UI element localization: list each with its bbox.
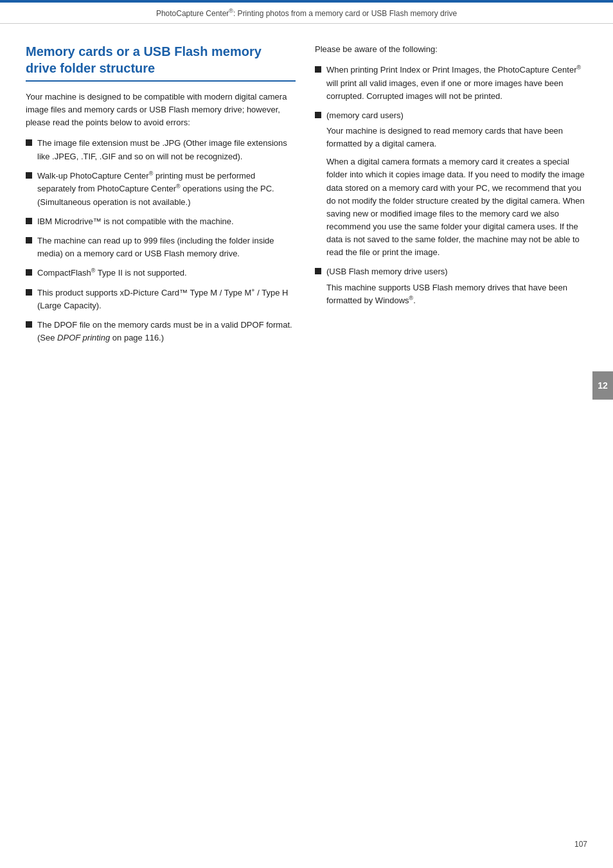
bullet-text-r2: (memory card users) <box>326 109 585 122</box>
header-text: PhotoCapture Center®: Printing photos fr… <box>156 9 457 18</box>
bullet-icon-5 <box>26 269 32 276</box>
header-title: PhotoCapture Center <box>156 9 229 18</box>
header-bar: PhotoCapture Center®: Printing photos fr… <box>0 3 613 24</box>
intro-text: Your machine is designed to be compatibl… <box>26 91 296 129</box>
bullet-icon-r3 <box>315 268 321 274</box>
bullet-icon-1 <box>26 139 32 146</box>
bullet-header-1: When printing Print Index or Print Image… <box>315 64 585 103</box>
bullet-icon-r1 <box>315 66 321 73</box>
bullet-text-1: The image file extension must be .JPG (O… <box>37 137 296 163</box>
bullet-list-left: The image file extension must be .JPG (O… <box>26 137 296 344</box>
list-item: The DPOF file on the memory cards must b… <box>26 319 296 344</box>
bullet-text-5: CompactFlash® Type II is not supported. <box>37 267 296 279</box>
right-column: Please be aware of the following: When p… <box>315 43 585 351</box>
page-container: PhotoCapture Center®: Printing photos fr… <box>0 0 613 868</box>
list-item: This product supports xD-Picture Card™ T… <box>26 287 296 313</box>
left-column: Memory cards or a USB Flash memory drive… <box>26 43 296 351</box>
bullet-header-2: (memory card users) <box>315 109 585 122</box>
list-item-right-2: (memory card users) Your machine is desi… <box>315 109 585 260</box>
header-subtitle: : Printing photos from a memory card or … <box>233 9 457 18</box>
section-title: Memory cards or a USB Flash memory drive… <box>26 43 296 82</box>
list-item-right-1: When printing Print Index or Print Image… <box>315 64 585 103</box>
header-reg: ® <box>229 8 233 14</box>
bullet-icon-r2 <box>315 112 321 118</box>
please-aware-text: Please be aware of the following: <box>315 43 585 56</box>
main-content: Memory cards or a USB Flash memory drive… <box>0 24 613 377</box>
bullet-icon-7 <box>26 321 32 328</box>
bullet-text-7: The DPOF file on the memory cards must b… <box>37 319 296 344</box>
list-item: The image file extension must be .JPG (O… <box>26 137 296 163</box>
list-item: CompactFlash® Type II is not supported. <box>26 267 296 279</box>
bullet-text-2: Walk-up PhotoCapture Center® printing mu… <box>37 170 296 209</box>
page-number: 107 <box>574 840 587 849</box>
bullet-text-6: This product supports xD-Picture Card™ T… <box>37 287 296 313</box>
bullet-text-r3: (USB Flash memory drive users) <box>326 265 585 278</box>
bullet-icon-4 <box>26 237 32 244</box>
bullet-icon-3 <box>26 218 32 224</box>
list-item-right-3: (USB Flash memory drive users) This mach… <box>315 265 585 307</box>
bullet-text-3: IBM Microdrive™ is not compatible with t… <box>37 215 296 228</box>
list-item: The machine can read up to 999 files (in… <box>26 235 296 260</box>
sub-text-2b: When a digital camera formats a memory c… <box>326 155 585 259</box>
bullet-header-3: (USB Flash memory drive users) <box>315 265 585 278</box>
bullet-icon-6 <box>26 289 32 296</box>
bullet-list-right: When printing Print Index or Print Image… <box>315 64 585 307</box>
list-item: IBM Microdrive™ is not compatible with t… <box>26 215 296 228</box>
sub-text-3a: This machine supports USB Flash memory d… <box>326 281 585 308</box>
chapter-tab: 12 <box>592 371 613 400</box>
bullet-text-r1: When printing Print Index or Print Image… <box>326 64 585 103</box>
bullet-icon-2 <box>26 172 32 179</box>
bullet-text-4: The machine can read up to 999 files (in… <box>37 235 296 260</box>
sub-text-2a: Your machine is designed to read memory … <box>326 125 585 150</box>
page-number-area: 107 <box>574 840 587 849</box>
list-item: Walk-up PhotoCapture Center® printing mu… <box>26 170 296 209</box>
